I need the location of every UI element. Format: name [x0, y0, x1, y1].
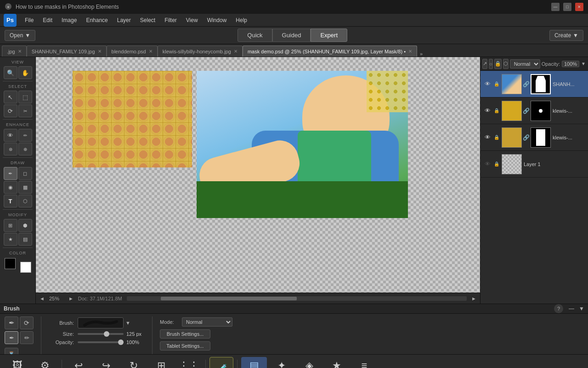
layer-2-lock[interactable]: 🔒 [493, 135, 500, 140]
menu-select[interactable]: Select [136, 16, 159, 24]
text-tool-button[interactable]: T [4, 195, 17, 207]
brush-stroke-picker[interactable] [78, 317, 124, 328]
photo-bin-button[interactable]: 🖼 Photo Bin [5, 357, 30, 368]
layout-button[interactable]: ⊞ Layout [148, 357, 174, 368]
layer-0-visibility[interactable]: 👁 [483, 80, 492, 87]
hand-tool-button[interactable]: ✋ [18, 66, 32, 79]
tab-3[interactable]: klewis-sillybilly-honeycomb.jpg ✕ [158, 46, 243, 57]
favorites-button[interactable]: ★ Favorites [324, 357, 350, 368]
tab-4[interactable]: mask demo.psd @ 25% (SHANHUN_FAMILY 109.… [243, 46, 417, 57]
layer-tool-3[interactable]: 🔒 [494, 59, 502, 69]
layer-2-visibility[interactable]: 👁 [483, 134, 492, 141]
magic-wand-button[interactable]: ✂ [18, 104, 32, 117]
brush-pencil-button[interactable]: ✏ [20, 331, 34, 344]
menu-view[interactable]: View [182, 16, 202, 24]
zoom-in-button[interactable]: ► [68, 296, 74, 301]
blur-tool-button[interactable]: ★ [4, 233, 17, 246]
tablet-settings-button[interactable]: Tablet Settings... [160, 341, 210, 351]
layer-item-3[interactable]: 👁 🔒 Layer 1 [481, 151, 588, 178]
layer-tool-4[interactable]: ⬡ [503, 59, 509, 69]
redo-button[interactable]: ↪ Redo [93, 357, 119, 368]
brush-settings-button[interactable]: Brush Settings... [160, 329, 210, 339]
maximize-button[interactable]: □ [563, 3, 571, 11]
layer-0-lock[interactable]: 🔒 [493, 81, 500, 86]
graphics-button[interactable]: ◈ Graphics [296, 357, 322, 368]
menu-edit[interactable]: Edit [39, 16, 56, 24]
sponge-tool-button[interactable]: ▤ [18, 233, 32, 246]
tool-options-button[interactable]: ⚙ Tool Options [32, 357, 58, 368]
brush-tool-button[interactable]: ✒ [4, 167, 17, 180]
shape-tool-button[interactable]: ⬡ [18, 195, 32, 207]
close-button[interactable]: ✕ [575, 3, 583, 11]
clone-tool-button[interactable]: ⊛ [4, 143, 17, 155]
tab-2[interactable]: blenddemo.psd ✕ [107, 46, 158, 57]
move-tool-button[interactable]: ↖ [4, 91, 17, 104]
zoom-tool-button[interactable]: 🔍 [4, 66, 17, 79]
layer-3-lock[interactable]: 🔒 [493, 161, 500, 167]
opacity-dropdown[interactable]: ▼ [581, 61, 586, 66]
layer-tool-1[interactable]: ↗ [482, 59, 487, 69]
tab-3-close[interactable]: ✕ [234, 49, 237, 54]
spot-heal-button[interactable]: ✏ [18, 129, 32, 142]
brush-help-icon[interactable]: ? [554, 304, 563, 313]
menu-layer[interactable]: Layer [113, 16, 135, 24]
menu-file[interactable]: File [21, 16, 37, 24]
rotate-button[interactable]: ↻ Rotate [121, 357, 147, 368]
opacity-input[interactable] [562, 61, 579, 67]
eraser-tool-button[interactable]: ◻ [18, 167, 32, 180]
tab-4-close[interactable]: ✕ [408, 49, 412, 54]
expert-mode-button[interactable]: Expert [311, 29, 347, 42]
effects-button[interactable]: ✦ Effects [269, 357, 294, 368]
layer-3-visibility[interactable]: 👁 [483, 161, 492, 167]
brush-color-replacement-button[interactable]: ✒ [5, 331, 18, 344]
brush-normal-button[interactable]: ✒ [5, 316, 18, 329]
quick-mode-button[interactable]: Quick [237, 29, 272, 42]
menu-help[interactable]: Help [232, 16, 251, 24]
tab-1-close[interactable]: ✕ [98, 49, 102, 54]
brush-dropdown-button[interactable]: ▼ [125, 320, 130, 326]
brush-options-more[interactable]: ▼ [579, 305, 584, 312]
paint-bucket-button[interactable]: ◉ [4, 181, 17, 194]
gradient-tool-button[interactable]: ▦ [18, 181, 32, 194]
size-slider[interactable] [78, 333, 124, 335]
tab-2-close[interactable]: ✕ [149, 49, 153, 54]
more-button[interactable]: ≡ More [351, 357, 377, 368]
open-button[interactable]: Open ▼ [5, 30, 35, 41]
layer-item-1[interactable]: 👁 🔒 🔗 klewis-... [481, 98, 588, 124]
create-button[interactable]: Create ▼ [549, 30, 583, 41]
layer-1-lock[interactable]: 🔒 [493, 108, 500, 113]
tab-0[interactable]: .jpg ✕ [2, 46, 27, 57]
layers-button[interactable]: ▤ Layers [241, 357, 267, 368]
heal-tool-button[interactable]: ⊕ [18, 143, 32, 155]
brush-options-collapse[interactable]: — [569, 305, 574, 312]
minimize-button[interactable]: — [551, 3, 560, 11]
horizontal-scrollbar[interactable] [127, 296, 467, 301]
scroll-right-button[interactable]: ► [471, 296, 476, 301]
menu-filter[interactable]: Filter [161, 16, 181, 24]
zoom-out-button[interactable]: ◄ [40, 296, 45, 301]
marquee-tool-button[interactable]: ⬚ [18, 91, 32, 104]
menu-image[interactable]: Image [58, 16, 80, 24]
flask-button[interactable]: 🧪 [209, 357, 233, 368]
layer-item-2[interactable]: 👁 🔒 🔗 klewis-... [481, 124, 588, 151]
layer-tool-2[interactable]: ○ [489, 59, 493, 69]
crop-tool-button[interactable]: ⊞ [4, 219, 17, 232]
foreground-color-swatch[interactable] [5, 258, 16, 269]
menu-window[interactable]: Window [204, 16, 231, 24]
mode-select[interactable]: Normal [182, 317, 232, 327]
menu-enhance[interactable]: Enhance [82, 16, 111, 24]
redeye-tool-button[interactable]: 👁 [4, 129, 17, 142]
guided-mode-button[interactable]: Guided [272, 29, 311, 42]
blend-mode-select[interactable]: Normal [510, 59, 540, 69]
undo-button[interactable]: ↩ Undo [66, 357, 91, 368]
layer-1-visibility[interactable]: 👁 [483, 107, 492, 114]
background-color-swatch[interactable] [20, 262, 31, 273]
transform-button[interactable]: ⬢ [18, 219, 32, 232]
layer-item-0[interactable]: 👁 🔒 🔗 SHANH... [481, 71, 588, 98]
tab-overflow-button[interactable]: » [417, 51, 425, 57]
organizer-button[interactable]: ⋮⋮ Organizer [176, 357, 202, 368]
lasso-tool-button[interactable]: ⟳ [4, 104, 17, 117]
tab-1[interactable]: SHANHUN_FAMILY 109.jpg ✕ [27, 46, 107, 57]
tab-0-close[interactable]: ✕ [18, 49, 22, 54]
canvas-area[interactable]: ◄ 25% ► Doc: 37.1M/121.8M ► [36, 57, 480, 304]
